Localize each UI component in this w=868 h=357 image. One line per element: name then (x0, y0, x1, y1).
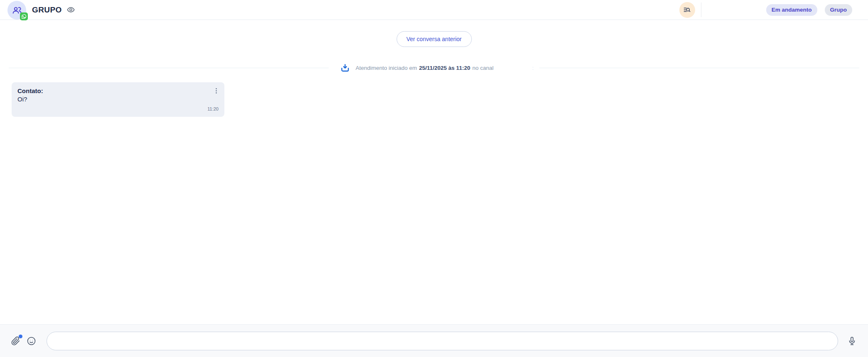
contact-avatar[interactable] (7, 1, 26, 20)
message-text: Oi? (17, 95, 219, 103)
view-contact-button[interactable] (66, 5, 75, 14)
emoji-button[interactable] (26, 336, 37, 346)
message-sender: Contato: (17, 87, 219, 95)
divider-line-right (539, 68, 859, 68)
header-divider (701, 2, 701, 17)
service-started-text: Atendimento iniciado em 25/11/2025 às 11… (356, 65, 494, 71)
chat-header: GRUPO Em andamento Grupo (0, 0, 868, 20)
mic-button[interactable] (847, 336, 857, 346)
message-input[interactable] (47, 332, 838, 350)
emoji-icon (26, 336, 37, 346)
microphone-icon (847, 336, 857, 346)
chat-title: GRUPO (32, 5, 62, 15)
whatsapp-channel-badge (20, 12, 28, 20)
message-timestamp: 11:20 (17, 106, 219, 111)
whatsapp-icon (21, 13, 27, 20)
attach-button[interactable] (10, 336, 21, 346)
message-bubble: Contato: Oi? 11:20 (12, 82, 224, 117)
message-menu-button[interactable] (212, 86, 220, 96)
status-badge[interactable]: Em andamento (766, 4, 817, 16)
conversation-area: Ver conversa anterior Atendimento inicia… (0, 20, 868, 324)
chat-window: GRUPO Em andamento Grupo (0, 0, 868, 357)
kebab-menu-icon (213, 87, 220, 94)
divider-line-left (9, 68, 329, 68)
eye-icon (66, 5, 75, 14)
header-actions: Em andamento Grupo (679, 2, 852, 18)
service-started-divider: Atendimento iniciado em 25/11/2025 às 11… (9, 62, 859, 74)
search-in-conversation-icon (683, 5, 691, 14)
composer-bar (0, 324, 868, 357)
group-badge[interactable]: Grupo (825, 4, 853, 16)
search-conversation-button[interactable] (679, 2, 695, 18)
attach-notification-dot (19, 335, 22, 338)
previous-conversation-button[interactable]: Ver conversa anterior (396, 31, 472, 47)
archive-down-icon (340, 63, 350, 73)
